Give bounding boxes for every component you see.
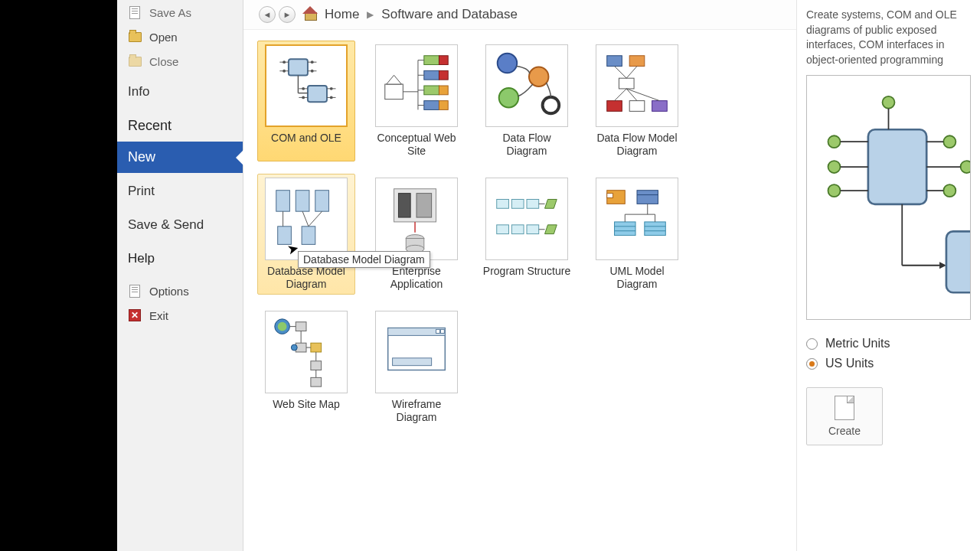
template-program-structure[interactable]: Program Structure [478,174,576,295]
template-com-ole[interactable]: COM and OLE [257,41,355,161]
template-thumb [375,44,458,127]
template-gallery: COM and OLE Conceptual Web [243,30,796,551]
svg-rect-66 [497,199,509,208]
template-label: Web Site Map [273,398,340,424]
template-label: Conceptual Web Site [371,132,462,158]
svg-rect-41 [629,56,645,67]
svg-marker-125 [939,262,946,269]
exit-label: Exit [149,309,168,322]
svg-point-96 [291,344,297,350]
us-units-radio[interactable]: US Units [806,354,971,373]
svg-rect-77 [607,194,613,198]
help-menu[interactable]: Help [117,240,243,274]
svg-point-115 [828,185,841,197]
svg-rect-105 [436,330,440,334]
template-enterprise-app[interactable]: Enterprise Application [368,174,466,295]
template-thumb [265,44,348,127]
svg-point-109 [883,96,895,109]
svg-point-117 [943,136,956,148]
new-page-icon [835,396,854,420]
recent-menu[interactable]: Recent [117,107,243,142]
metric-units-radio[interactable]: Metric Units [806,334,971,354]
template-thumb [596,44,678,127]
template-thumb [265,178,348,260]
save-as-label: Save As [149,6,191,19]
breadcrumb-category[interactable]: Software and Database [381,7,518,22]
svg-line-47 [626,66,637,78]
svg-rect-72 [511,225,524,234]
new-menu[interactable]: New [117,142,243,173]
svg-rect-28 [424,86,439,95]
svg-rect-106 [440,330,444,334]
template-label: Database Model Diagram [261,265,351,291]
close-menu[interactable]: Close [117,49,243,73]
svg-line-57 [302,211,309,227]
template-conceptual-web[interactable]: Conceptual Web Site [368,41,466,161]
info-menu[interactable]: Info [117,73,243,107]
svg-rect-97 [311,343,322,352]
breadcrumb-separator-icon: ▶ [367,9,374,20]
template-data-flow-model[interactable]: Data Flow Model Diagram [588,41,686,161]
template-preview [806,75,971,320]
template-data-flow[interactable]: Data Flow Diagram [478,41,576,161]
svg-rect-107 [393,358,432,366]
template-web-site-map[interactable]: Web Site Map [257,307,355,428]
svg-point-119 [943,185,956,197]
svg-point-37 [529,67,549,86]
svg-marker-69 [545,199,557,208]
detail-pane: Create systems, COM and OLE diagrams of … [796,0,980,551]
svg-point-111 [828,136,841,148]
svg-line-48 [615,89,627,101]
svg-rect-26 [424,70,439,80]
svg-point-36 [498,54,518,73]
create-button[interactable]: Create [806,387,883,445]
template-label: UML Model Diagram [592,265,682,291]
window-letterbox [0,0,117,551]
template-thumb [265,311,348,393]
svg-rect-24 [424,56,439,65]
svg-rect-67 [511,199,524,208]
new-label: New [128,149,155,165]
template-uml-model[interactable]: UML Model Diagram [588,174,686,295]
forward-button[interactable]: ► [279,6,296,23]
back-button[interactable]: ◄ [259,6,276,23]
svg-marker-74 [545,225,557,234]
exit-menu[interactable]: ✕ Exit [117,303,243,328]
template-label: Data Flow Model Diagram [592,132,682,158]
save-as-icon [128,5,142,19]
folder-open-icon [128,30,142,44]
open-menu[interactable]: Open [117,24,243,49]
template-label: Enterprise Application [371,265,462,291]
svg-rect-73 [527,225,539,234]
svg-rect-51 [276,191,290,211]
tooltip: Database Model Diagram [298,251,430,268]
svg-rect-68 [527,199,539,208]
svg-rect-42 [619,78,634,89]
svg-rect-31 [439,101,448,110]
template-wireframe[interactable]: Wireframe Diagram [368,307,466,428]
svg-rect-83 [645,222,665,236]
options-label: Options [149,285,189,298]
svg-rect-45 [652,101,668,112]
svg-rect-61 [416,194,432,217]
main-content: ◄ ► Home ▶ Software and Database [243,0,796,551]
svg-rect-100 [311,361,322,370]
template-thumb [375,311,458,393]
svg-rect-53 [315,191,329,211]
svg-rect-55 [302,227,315,245]
metric-label: Metric Units [825,337,890,350]
template-thumb [485,178,568,260]
open-label: Open [149,31,178,44]
svg-rect-29 [439,86,448,95]
options-menu[interactable]: Options [117,279,243,303]
svg-rect-60 [398,194,410,217]
close-label: Close [149,55,178,68]
template-db-model[interactable]: Database Model Diagram ➤ Database Model … [257,174,355,295]
breadcrumb-home[interactable]: Home [325,7,359,22]
backstage-sidebar: Save As Open Close Info Recent New Print… [117,0,243,551]
print-menu[interactable]: Print [117,173,243,207]
template-thumb [596,178,678,260]
home-icon[interactable] [303,8,317,21]
svg-rect-1 [308,86,327,102]
save-send-menu[interactable]: Save & Send [117,207,243,240]
